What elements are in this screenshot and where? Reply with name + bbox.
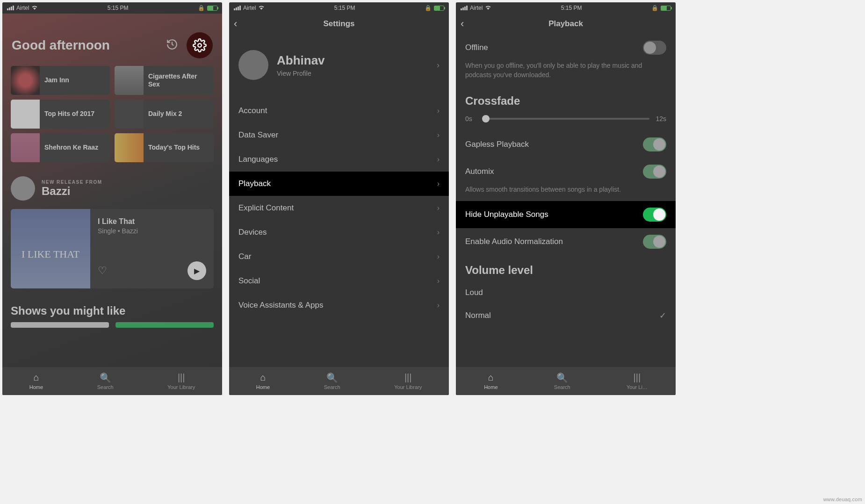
wifi-icon	[485, 5, 491, 11]
slider-thumb[interactable]	[482, 115, 490, 122]
chevron-right-icon: ›	[437, 131, 440, 139]
chevron-right-icon: ›	[437, 204, 440, 212]
hide-unplayable-toggle[interactable]	[643, 208, 666, 222]
shortcut-tile[interactable]: Daily Mix 2	[115, 100, 214, 129]
release-card[interactable]: I LIKE THAT I Like That Single • Bazzi ♡…	[11, 209, 214, 288]
library-icon: |||	[634, 373, 641, 383]
tab-home[interactable]: ⌂Home	[29, 373, 43, 390]
chevron-right-icon: ›	[437, 180, 440, 188]
back-button[interactable]: ‹	[234, 18, 248, 30]
shortcut-tile[interactable]: Shehron Ke Raaz	[11, 133, 110, 162]
tab-library[interactable]: |||Your Library	[394, 373, 422, 390]
search-icon: 🔍	[100, 373, 111, 383]
crossfade-header: Crossfade	[456, 86, 676, 112]
chevron-right-icon: ›	[437, 252, 440, 261]
offline-toggle[interactable]	[643, 41, 666, 55]
tab-search[interactable]: 🔍Search	[324, 373, 340, 390]
track-title: I Like That	[98, 217, 206, 226]
search-icon: 🔍	[556, 373, 568, 383]
shortcut-grid: JAM INNJam Inn Cigarettes After Sex Top …	[2, 66, 222, 162]
history-icon[interactable]	[166, 38, 178, 52]
settings-item-social[interactable]: Social›	[229, 269, 449, 293]
shows-section-title: Shows you might like	[2, 292, 222, 322]
signal-icon	[234, 6, 241, 10]
normalization-toggle[interactable]	[643, 235, 666, 249]
signal-icon	[7, 6, 14, 10]
shortcut-tile[interactable]: JAM INNJam Inn	[11, 66, 110, 95]
volume-option-loud[interactable]: Loud	[456, 281, 676, 304]
watermark: www.deuaq.com	[823, 497, 862, 502]
artist-name: Bazzi	[42, 185, 102, 198]
automix-description: Allows smooth transitions between songs …	[456, 185, 676, 201]
volume-level-header: Volume level	[456, 255, 676, 281]
settings-item-playback[interactable]: Playback›	[229, 172, 449, 196]
nav-header: ‹ Playback	[456, 14, 676, 34]
play-button[interactable]: ▶	[187, 261, 206, 280]
volume-option-normal[interactable]: Normal ✓	[456, 304, 676, 327]
show-card[interactable]	[11, 322, 109, 328]
tab-search[interactable]: 🔍Search	[554, 373, 570, 390]
wifi-icon	[31, 5, 38, 11]
chevron-right-icon: ›	[437, 228, 440, 237]
crossfade-slider[interactable]: 0s 12s	[456, 112, 676, 131]
battery-icon	[434, 6, 444, 11]
chevron-right-icon: ›	[437, 155, 440, 164]
orientation-lock-icon: 🔒	[651, 5, 658, 11]
carrier-label: Airtel	[243, 5, 256, 11]
carrier-label: Airtel	[470, 5, 483, 11]
crossfade-max: 12s	[654, 115, 666, 122]
clock: 5:15 PM	[561, 5, 582, 11]
svg-point-0	[198, 43, 202, 47]
settings-item-car[interactable]: Car›	[229, 245, 449, 269]
page-title: Playback	[548, 19, 583, 29]
settings-item-languages[interactable]: Languages›	[229, 147, 449, 172]
profile-row[interactable]: Abhinav View Profile ›	[229, 34, 449, 99]
settings-item-explicit[interactable]: Explicit Content›	[229, 196, 449, 220]
screen-playback: Airtel 5:15 PM 🔒 ‹ Playback Offline When…	[456, 2, 676, 395]
battery-icon	[207, 6, 217, 11]
shortcut-tile[interactable]: Top Hits of 2017	[11, 100, 110, 129]
settings-item-datasaver[interactable]: Data Saver›	[229, 123, 449, 147]
album-art: I LIKE THAT	[11, 209, 90, 288]
user-avatar	[238, 50, 268, 80]
back-button[interactable]: ‹	[461, 18, 475, 30]
tab-search[interactable]: 🔍Search	[97, 373, 114, 390]
shortcut-tile[interactable]: Cigarettes After Sex	[115, 66, 214, 95]
home-icon: ⌂	[260, 373, 266, 383]
track-subtitle: Single • Bazzi	[98, 227, 206, 235]
gapless-toggle[interactable]	[643, 137, 666, 151]
slider-track[interactable]	[482, 118, 649, 120]
playback-row-hide-unplayable: Hide Unplayable Songs	[456, 201, 676, 228]
playback-row-automix: Automix	[456, 158, 676, 185]
settings-item-devices[interactable]: Devices›	[229, 220, 449, 245]
wifi-icon	[258, 5, 265, 11]
tab-home[interactable]: ⌂Home	[484, 373, 497, 390]
settings-item-voice[interactable]: Voice Assistants & Apps›	[229, 293, 449, 317]
shows-carousel[interactable]	[2, 322, 222, 328]
chevron-right-icon: ›	[437, 60, 440, 70]
carrier-label: Airtel	[16, 5, 29, 11]
heart-icon[interactable]: ♡	[98, 265, 107, 277]
clock: 5:15 PM	[334, 5, 355, 11]
battery-icon	[661, 6, 671, 11]
settings-item-account[interactable]: Account›	[229, 99, 449, 123]
tab-library[interactable]: |||Your Li…	[627, 373, 648, 390]
automix-toggle[interactable]	[643, 165, 666, 179]
view-profile-link: View Profile	[277, 70, 325, 77]
signal-icon	[461, 6, 468, 10]
tab-bar: ⌂Home 🔍Search |||Your Library	[2, 367, 222, 395]
settings-button[interactable]	[187, 32, 213, 58]
greeting-title: Good afternoon	[12, 38, 110, 53]
tab-library[interactable]: |||Your Library	[167, 373, 195, 390]
orientation-lock-icon: 🔒	[425, 5, 432, 11]
shortcut-tile[interactable]: Today's Top Hits	[115, 133, 214, 162]
new-release-label: NEW RELEASE FROM	[42, 180, 102, 185]
new-release-header[interactable]: NEW RELEASE FROM Bazzi	[2, 162, 222, 205]
tab-bar: ⌂Home 🔍Search |||Your Library	[229, 367, 449, 395]
playback-row-offline: Offline	[456, 34, 676, 61]
status-bar: Airtel 5:15 PM 🔒	[456, 2, 676, 14]
page-title: Settings	[323, 19, 354, 29]
show-card[interactable]	[115, 322, 214, 328]
settings-list: Account› Data Saver› Languages› Playback…	[229, 99, 449, 317]
tab-home[interactable]: ⌂Home	[256, 373, 270, 390]
